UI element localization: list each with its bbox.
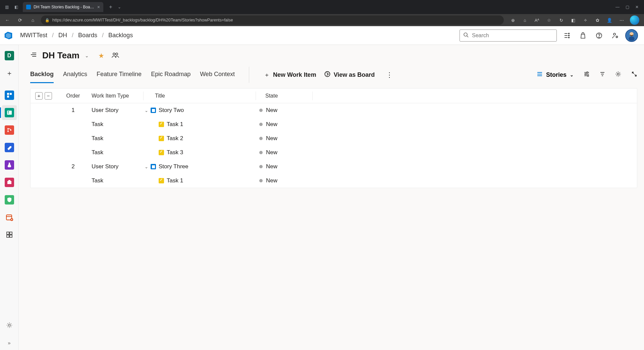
- rail-expand[interactable]: »: [2, 335, 17, 350]
- rail-settings[interactable]: [2, 318, 17, 333]
- cell-title[interactable]: Story Two: [151, 107, 251, 114]
- cell-title[interactable]: Task 3: [151, 149, 251, 156]
- favorite-icon[interactable]: ☆: [545, 16, 553, 24]
- browser-url-field[interactable]: 🔒 https://dev.azure.com/MWITTest/DH/_bac…: [41, 15, 504, 25]
- split-icon[interactable]: ◧: [570, 16, 577, 24]
- search-box[interactable]: [460, 30, 557, 42]
- browser-chrome: ▥ ◧ DH Team Stories Backlog - Board… × +…: [0, 0, 644, 14]
- filter-icon[interactable]: [600, 71, 605, 78]
- browser-refresh-button[interactable]: ⟳: [15, 15, 25, 25]
- window-minimize-icon[interactable]: —: [615, 5, 620, 9]
- bing-chat-icon[interactable]: [630, 15, 639, 25]
- breadcrumb-org[interactable]: MWITTest: [20, 32, 47, 39]
- table-row[interactable]: TaskTask 1New: [31, 117, 637, 131]
- expand-row-icon[interactable]: ⌄: [142, 164, 151, 169]
- svg-point-13: [616, 36, 618, 37]
- collapse-all-button[interactable]: −: [45, 92, 52, 100]
- new-work-item-label: New Work Item: [273, 71, 316, 78]
- user-settings-icon[interactable]: [609, 30, 621, 42]
- avatar[interactable]: [625, 29, 638, 42]
- view-as-board-button[interactable]: View as Board: [324, 71, 375, 79]
- breadcrumb-page[interactable]: Backlogs: [108, 32, 133, 39]
- tab-analytics[interactable]: Analytics: [63, 67, 87, 82]
- column-order[interactable]: Order: [55, 93, 92, 99]
- table-row[interactable]: 1User Story⌄Story TwoNew: [31, 103, 637, 117]
- cell-title[interactable]: Task 1: [151, 177, 251, 184]
- azure-devops-logo-icon[interactable]: [3, 31, 13, 41]
- sync-icon[interactable]: ↻: [557, 16, 565, 24]
- tab-close-icon[interactable]: ×: [97, 4, 100, 10]
- new-tab-button[interactable]: +: [107, 4, 115, 10]
- fullscreen-icon[interactable]: [631, 71, 637, 79]
- window-close-icon[interactable]: ✕: [635, 5, 639, 9]
- rail-overview[interactable]: [2, 88, 17, 103]
- svg-rect-31: [7, 232, 9, 234]
- new-work-item-button[interactable]: ＋ New Work Item: [264, 71, 316, 79]
- cell-title[interactable]: Task 1: [151, 121, 251, 128]
- rail-boards[interactable]: [2, 105, 17, 120]
- column-options-icon[interactable]: [584, 71, 590, 78]
- tab-chevron-icon[interactable]: ⌄: [116, 4, 123, 10]
- backlog-level-dropdown[interactable]: Stories ⌄: [537, 71, 574, 78]
- settings-icon[interactable]: [615, 71, 621, 79]
- extensions-icon[interactable]: ✿: [594, 16, 601, 24]
- rail-artifacts[interactable]: [2, 175, 17, 190]
- shopping-icon[interactable]: ⌂: [521, 16, 529, 24]
- profile-icon[interactable]: 👤: [606, 16, 613, 24]
- main-content: DH Team ⌄ ★ Backlog Analytics Feature Ti…: [19, 45, 644, 350]
- table-row[interactable]: TaskTask 2New: [31, 131, 637, 145]
- tab-epic-roadmap[interactable]: Epic Roadmap: [151, 67, 191, 82]
- svg-point-24: [7, 131, 9, 132]
- window-maximize-icon[interactable]: ▢: [626, 5, 629, 9]
- column-state[interactable]: State: [257, 93, 311, 99]
- team-members-icon[interactable]: [112, 52, 119, 59]
- tab-backlog[interactable]: Backlog: [30, 67, 54, 82]
- rail-delivery-plans[interactable]: [2, 210, 17, 225]
- tab-feature-timeline[interactable]: Feature Timeline: [97, 67, 142, 82]
- column-title[interactable]: Title: [154, 93, 254, 99]
- team-picker-icon[interactable]: [30, 51, 37, 60]
- backlog-grid: + − Order Work Item Type Title State 1Us…: [30, 88, 637, 188]
- tab-overview-icon[interactable]: ▥: [3, 4, 10, 10]
- breadcrumb-project[interactable]: DH: [58, 32, 67, 39]
- read-aloud-icon[interactable]: Aᴬ: [533, 16, 541, 24]
- favorites-bar-icon[interactable]: ✧: [582, 16, 589, 24]
- azure-devops-app: MWITTest / DH / Boards / Backlogs: [0, 26, 644, 350]
- expand-all-button[interactable]: +: [35, 92, 43, 100]
- tab-web-context[interactable]: Web Context: [200, 67, 235, 82]
- svg-rect-22: [8, 113, 9, 113]
- expand-row-icon[interactable]: ⌄: [142, 108, 151, 113]
- tab-sidebar-icon[interactable]: ◧: [13, 4, 19, 10]
- more-icon[interactable]: ⋯: [618, 16, 625, 24]
- marketplace-icon[interactable]: [577, 30, 589, 42]
- rail-repos[interactable]: [2, 123, 17, 137]
- table-row[interactable]: TaskTask 3New: [31, 145, 637, 160]
- help-icon[interactable]: [593, 30, 605, 42]
- rail-pipelines[interactable]: [2, 140, 17, 155]
- rail-project[interactable]: D: [2, 48, 17, 63]
- rail-testplans[interactable]: [2, 158, 17, 172]
- rail-new-item[interactable]: ＋: [2, 66, 17, 80]
- cell-title[interactable]: Task 2: [151, 135, 251, 142]
- pivot-tabs: Backlog Analytics Feature Timeline Epic …: [30, 67, 637, 85]
- browser-back-button[interactable]: ←: [3, 15, 12, 25]
- svg-rect-26: [7, 181, 11, 184]
- rail-compliance[interactable]: [2, 192, 17, 207]
- table-row[interactable]: TaskTask 1New: [31, 174, 637, 188]
- table-row[interactable]: 2User Story⌄Story ThreeNew: [31, 160, 637, 174]
- svg-point-39: [113, 53, 115, 55]
- column-type[interactable]: Work Item Type: [92, 93, 142, 99]
- cell-title[interactable]: Story Three: [151, 163, 251, 170]
- cell-type: Task: [92, 121, 142, 128]
- svg-point-12: [613, 33, 615, 35]
- more-actions-icon[interactable]: ⋮: [384, 71, 395, 79]
- search-input[interactable]: [472, 33, 553, 39]
- browser-home-button[interactable]: ⌂: [28, 15, 38, 25]
- work-items-icon[interactable]: [561, 30, 573, 42]
- browser-tab[interactable]: DH Team Stories Backlog - Board… ×: [23, 2, 103, 12]
- rail-dashboards[interactable]: [2, 227, 17, 242]
- team-dropdown-icon[interactable]: ⌄: [85, 53, 89, 58]
- breadcrumb-area[interactable]: Boards: [78, 32, 97, 39]
- favorite-star-icon[interactable]: ★: [98, 52, 104, 60]
- zoom-icon[interactable]: ⊕: [509, 16, 517, 24]
